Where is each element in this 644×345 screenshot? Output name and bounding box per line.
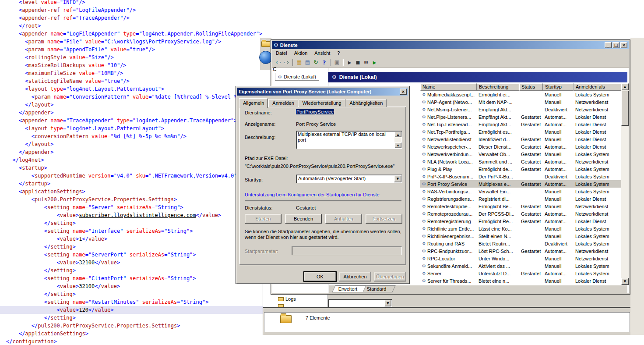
starten-button[interactable]: Starten: [245, 214, 282, 224]
service-row[interactable]: ⚙RPC-Endpunktzuor...Löst RPC-Sch...Gesta…: [420, 247, 622, 255]
services-app-icon: ⚙: [274, 42, 278, 48]
service-row[interactable]: ⚙PnP-X-IP-Busenum...Der PnP-X-Bu...Deakt…: [420, 173, 622, 180]
service-row[interactable]: ⚙RemoteregistrierungErmöglicht Re...Gest…: [420, 217, 622, 225]
service-row[interactable]: ⚙Remoteprozedurau...Der RPCSS-Di...Gesta…: [420, 210, 622, 217]
view-tab[interactable]: Erweitert: [332, 285, 366, 292]
service-row[interactable]: ⚙NAP-Agent (Netwo...Mit dem NAP-...Manue…: [420, 98, 622, 106]
service-row[interactable]: ⚙Plug & PlayErmöglicht de...GestartetAut…: [420, 165, 622, 173]
startparams-input[interactable]: [292, 246, 402, 255]
service-description: Empfängt Akt...: [477, 122, 519, 127]
close-icon[interactable]: ×: [400, 89, 407, 95]
scrollbar-thumb[interactable]: [621, 91, 629, 126]
service-description: Der RPCSS-Di...: [477, 211, 519, 217]
maximize-icon[interactable]: □: [612, 42, 619, 48]
service-row[interactable]: ⚙NLA (Network Loca...Sammelt und ...Gest…: [420, 158, 622, 165]
service-name: RPC-Endpunktzuor...: [427, 249, 472, 254]
column-header[interactable]: Starttyp: [543, 83, 574, 91]
start-service-icon[interactable]: ▶: [345, 58, 354, 66]
chevron-down-icon[interactable]: ▼: [394, 175, 401, 182]
toolbar-separator: [343, 59, 344, 66]
help-icon[interactable]: ?: [320, 58, 328, 66]
service-description: Empfängt Akt...: [477, 107, 519, 112]
service-row[interactable]: ⚙Netzwerkspeicher-...Dieser Dienst...Ges…: [420, 143, 622, 150]
service-row[interactable]: ⚙Netzwerkverbindun...Verwaltet Ob...Gest…: [420, 150, 622, 158]
tree-item-dienste-lokal[interactable]: ⚙ Dienste (Lokal): [275, 73, 319, 81]
scroll-up-button[interactable]: ▲: [621, 83, 629, 90]
service-row[interactable]: ⚙Port Proxy ServiceMultiplexes e...Gesta…: [420, 180, 622, 188]
service-name: Routing und RAS: [427, 241, 465, 246]
startup-options-help-link[interactable]: Unterstützung beim Konfigurieren der Sta…: [245, 192, 380, 197]
menu-item[interactable]: Aktion: [291, 50, 311, 57]
scroll-down-button[interactable]: ▼: [621, 278, 629, 285]
stop-service-icon[interactable]: ■: [354, 58, 362, 66]
explorer-statusbar: 7 Elemente: [264, 312, 630, 332]
chevron-down-icon[interactable]: ▼: [384, 300, 391, 306]
show-console-tree-icon[interactable]: ▦: [295, 58, 303, 66]
service-name-value[interactable]: PortProxyService: [296, 109, 334, 114]
tab-wiederherstellung[interactable]: Wiederherstellung: [299, 99, 345, 107]
tab-allgemein[interactable]: Allgemein: [239, 98, 268, 108]
column-header[interactable]: Anmelden als: [574, 83, 622, 91]
folder-item[interactable]: [278, 302, 327, 307]
gear-icon: ⚙: [332, 74, 337, 80]
tab-abhängigkeiten[interactable]: Abhängigkeiten: [346, 99, 387, 107]
service-row[interactable]: ⚙Net.Tcp-Portfreiga...Ermöglicht es...Ma…: [420, 128, 622, 135]
service-name: PnP-X-IP-Busenum...: [427, 174, 473, 179]
startup-type-select[interactable]: Automatisch (Verzögerter Start) ▼: [296, 174, 402, 183]
minimize-icon[interactable]: _: [605, 42, 612, 48]
refresh-icon[interactable]: ↻: [312, 58, 320, 66]
service-name: Remotedesktopdie...: [427, 204, 472, 209]
restart-service-icon[interactable]: ▶: [370, 58, 379, 66]
back-icon[interactable]: ⇦: [274, 58, 282, 66]
properties-icon[interactable]: ▣: [333, 58, 341, 66]
scroll-down-button[interactable]: ▼: [394, 142, 401, 148]
menu-item[interactable]: Ansicht: [311, 50, 334, 57]
service-starttype: Automat...: [543, 271, 574, 276]
service-row[interactable]: ⚙Sekundäre Anmeld...Aktiviert das ...Man…: [420, 262, 622, 270]
service-row[interactable]: ⚙Net.Pipe-Listenera...Empfängt Akt...Ges…: [420, 113, 622, 121]
service-row[interactable]: ⚙Net.Tcp-Listenerad...Empfängt Akt...Ges…: [420, 121, 622, 128]
pause-service-icon[interactable]: ▮▮: [362, 58, 370, 66]
service-row[interactable]: ⚙Remotedesktopdie...Ermöglicht Be...Gest…: [420, 203, 622, 210]
service-row[interactable]: ⚙RPC-LocatorUnter Windo...ManuellNetzwer…: [420, 255, 622, 262]
ok-button[interactable]: OK: [304, 272, 336, 281]
übernehmen-button[interactable]: Übernehmen: [374, 272, 406, 281]
folder-item[interactable]: Logs: [278, 295, 327, 302]
explorer-dropdown[interactable]: ▼: [328, 299, 392, 307]
column-header[interactable]: Status: [519, 83, 543, 91]
service-row[interactable]: ⚙Registrierungsdiens...Registriert di...…: [420, 195, 622, 203]
fortsetzen-button[interactable]: Fortsetzen: [366, 214, 402, 224]
column-header[interactable]: Beschreibung: [477, 83, 519, 91]
scroll-up-button[interactable]: ▲: [394, 132, 401, 137]
service-row[interactable]: ⚙Richtlinienergebniss...Stellt einen N..…: [420, 232, 622, 240]
service-row[interactable]: ⚙Server für Threads...Bietet eine n...Ma…: [420, 277, 622, 285]
service-row[interactable]: ⚙ServerUnterstützt D...GestartetAutomat.…: [420, 270, 622, 277]
service-starttype: Automat...: [543, 122, 574, 127]
abbrechen-button[interactable]: Abbrechen: [339, 272, 371, 281]
vertical-scrollbar[interactable]: ▲ ▼: [621, 83, 629, 285]
description-field[interactable]: Multiplexes external TCP/IP data on loca…: [296, 131, 402, 149]
anhalten-button[interactable]: Anhalten: [325, 214, 362, 224]
service-row[interactable]: ⚙NetzwerklistendienstIdentifiziert d...G…: [420, 135, 622, 143]
services-window-titlebar[interactable]: ⚙ Dienste _□×: [272, 41, 629, 49]
description-scrollbar[interactable]: ▲ ▼: [394, 132, 401, 148]
service-row[interactable]: ⚙Net.Msmq-Listener...Empfängt Akt...Deak…: [420, 106, 622, 113]
startparams-note-line1: Sie können die Startparameter angeben, d…: [245, 229, 401, 234]
service-row[interactable]: ⚙Richtlinie zum Entfe...Lässt eine Ko...…: [420, 225, 622, 232]
close-icon[interactable]: ×: [620, 42, 627, 48]
service-gear-icon: ⚙: [422, 167, 426, 171]
export-list-icon[interactable]: ▤: [303, 58, 312, 66]
column-header[interactable]: Name: [420, 83, 477, 91]
service-row[interactable]: ⚙RAS-Verbindungsv...Verwaltet Ein...Manu…: [420, 188, 622, 195]
service-gear-icon: ⚙: [422, 256, 426, 261]
forward-icon[interactable]: ⇨: [282, 58, 291, 66]
beenden-button[interactable]: Beenden: [285, 214, 322, 224]
service-row[interactable]: ⚙Multimediaklassenpl...Ermöglicht ei...M…: [420, 91, 622, 98]
menu-item[interactable]: ?: [334, 50, 343, 57]
service-gear-icon: ⚙: [422, 211, 426, 216]
service-row[interactable]: ⚙Routing und RASBietet Routin...Deaktivi…: [420, 240, 622, 247]
menu-item[interactable]: Datei: [272, 50, 291, 57]
service-name: Net.Tcp-Listenerad...: [427, 122, 472, 127]
tab-anmelden[interactable]: Anmelden: [268, 99, 298, 107]
dialog-titlebar[interactable]: Eigenschaften von Port Proxy Service (Lo…: [237, 88, 408, 96]
